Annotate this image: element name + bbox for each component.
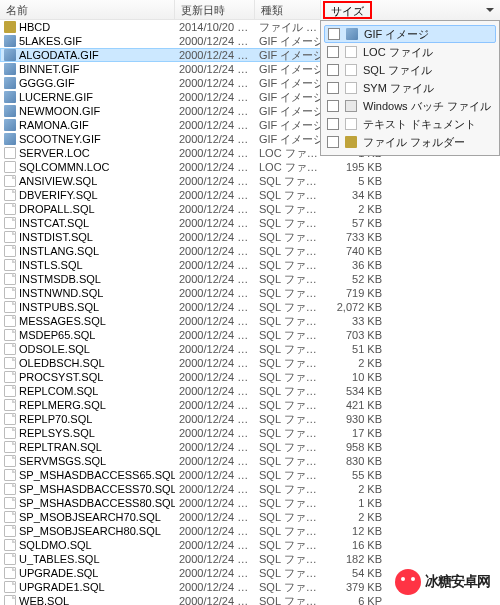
filter-item[interactable]: テキスト ドキュメント	[321, 115, 499, 133]
file-row[interactable]: INSTMSDB.SQL2000/12/24 8:00SQL ファイル52 KB	[0, 272, 500, 286]
file-size: 421 KB	[330, 399, 390, 411]
sql-icon	[4, 483, 16, 495]
file-name: NEWMOON.GIF	[19, 105, 100, 117]
file-type: GIF イメージ	[255, 62, 330, 77]
filter-item[interactable]: SYM ファイル	[321, 79, 499, 97]
file-name: SERVMSGS.SQL	[19, 455, 106, 467]
sql-icon	[4, 273, 16, 285]
file-size: 55 KB	[330, 469, 390, 481]
file-row[interactable]: WEB.SQL2000/12/24 8:00SQL ファイル6 KP	[0, 594, 500, 605]
file-row[interactable]: ODSOLE.SQL2000/12/24 8:00SQL ファイル51 KB	[0, 342, 500, 356]
file-type: SQL ファイル	[255, 412, 330, 427]
file-row[interactable]: INSTPUBS.SQL2000/12/24 8:00SQL ファイル2,072…	[0, 300, 500, 314]
sql-icon	[4, 497, 16, 509]
file-row[interactable]: SP_MSHASDBACCESS65.SQL2000/12/24 8:00SQL…	[0, 468, 500, 482]
file-date: 2000/12/24 8:00	[175, 455, 255, 467]
file-size: 379 KB	[330, 581, 390, 593]
checkbox-icon[interactable]	[327, 136, 339, 148]
file-date: 2000/12/24 8:00	[175, 441, 255, 453]
checkbox-icon[interactable]	[327, 82, 339, 94]
file-name: REPLP70.SQL	[19, 413, 92, 425]
file-row[interactable]: DROPALL.SQL2000/12/24 8:00SQL ファイル2 KB	[0, 202, 500, 216]
file-row[interactable]: MESSAGES.SQL2000/12/24 8:00SQL ファイル33 KB	[0, 314, 500, 328]
file-name: SQLDMO.SQL	[19, 539, 92, 551]
file-row[interactable]: DBVERIFY.SQL2000/12/24 8:00SQL ファイル34 KB	[0, 188, 500, 202]
column-header-type[interactable]: 種類	[255, 0, 330, 19]
filter-item[interactable]: Windows バッチ ファイル	[321, 97, 499, 115]
column-header-date[interactable]: 更新日時	[175, 0, 255, 19]
file-size: 57 KB	[330, 217, 390, 229]
file-row[interactable]: PROCSYST.SQL2000/12/24 8:00SQL ファイル10 KB	[0, 370, 500, 384]
file-name: UPGRADE1.SQL	[19, 581, 105, 593]
file-row[interactable]: SERVMSGS.SQL2000/12/24 8:00SQL ファイル830 K…	[0, 454, 500, 468]
checkbox-icon[interactable]	[327, 118, 339, 130]
checkbox-icon[interactable]	[327, 100, 339, 112]
file-row[interactable]: INSTNWND.SQL2000/12/24 8:00SQL ファイル719 K…	[0, 286, 500, 300]
sql-icon	[4, 539, 16, 551]
file-date: 2000/12/24 8:00	[175, 385, 255, 397]
file-date: 2000/12/24 8:00	[175, 343, 255, 355]
sql-icon	[4, 203, 16, 215]
file-row[interactable]: SQLDMO.SQL2000/12/24 8:00SQL ファイル16 KB	[0, 538, 500, 552]
watermark-text: 冰糖安卓网	[425, 573, 490, 591]
filter-item[interactable]: ファイル フォルダー	[321, 133, 499, 151]
gif-icon	[4, 133, 16, 145]
file-size: 1 KB	[330, 497, 390, 509]
filter-header[interactable]: サイズ	[320, 0, 500, 20]
filter-item-label: SYM ファイル	[363, 81, 434, 96]
file-size: 195 KB	[330, 161, 390, 173]
file-type: SQL ファイル	[255, 300, 330, 315]
sql-icon	[4, 455, 16, 467]
gif-icon	[4, 77, 16, 89]
file-name: HBCD	[19, 21, 50, 33]
file-name: REPLCOM.SQL	[19, 385, 98, 397]
file-row[interactable]: INSTDIST.SQL2000/12/24 8:00SQL ファイル733 K…	[0, 230, 500, 244]
file-row[interactable]: U_TABLES.SQL2000/12/24 8:00SQL ファイル182 K…	[0, 552, 500, 566]
filter-item[interactable]: GIF イメージ	[324, 25, 496, 43]
file-type: SQL ファイル	[255, 524, 330, 539]
file-date: 2000/12/24 8:00	[175, 105, 255, 117]
file-row[interactable]: REPLMERG.SQL2000/12/24 8:00SQL ファイル421 K…	[0, 398, 500, 412]
file-row[interactable]: REPLP70.SQL2000/12/24 8:00SQL ファイル930 KB	[0, 412, 500, 426]
file-date: 2000/12/24 8:00	[175, 301, 255, 313]
file-date: 2000/12/24 8:00	[175, 553, 255, 565]
file-row[interactable]: ANSIVIEW.SQL2000/12/24 8:00SQL ファイル5 KB	[0, 174, 500, 188]
file-row[interactable]: SP_MSHASDBACCESS70.SQL2000/12/24 8:00SQL…	[0, 482, 500, 496]
filter-item[interactable]: LOC ファイル	[321, 43, 499, 61]
file-row[interactable]: OLEDBSCH.SQL2000/12/24 8:00SQL ファイル2 KB	[0, 356, 500, 370]
file-type: SQL ファイル	[255, 314, 330, 329]
file-size: 12 KB	[330, 525, 390, 537]
file-row[interactable]: SP_MSOBJSEARCH80.SQL2000/12/24 8:00SQL フ…	[0, 524, 500, 538]
file-row[interactable]: INSTLS.SQL2000/12/24 8:00SQL ファイル36 KB	[0, 258, 500, 272]
file-row[interactable]: SP_MSOBJSEARCH70.SQL2000/12/24 8:00SQL フ…	[0, 510, 500, 524]
checkbox-icon[interactable]	[328, 28, 340, 40]
file-size: 740 KB	[330, 245, 390, 257]
file-date: 2000/12/24 8:00	[175, 595, 255, 605]
file-row[interactable]: REPLTRAN.SQL2000/12/24 8:00SQL ファイル958 K…	[0, 440, 500, 454]
file-date: 2000/12/24 8:00	[175, 567, 255, 579]
file-size: 33 KB	[330, 315, 390, 327]
file-type: SQL ファイル	[255, 328, 330, 343]
sql-icon	[4, 315, 16, 327]
file-row[interactable]: MSDEP65.SQL2000/12/24 8:00SQL ファイル703 KB	[0, 328, 500, 342]
file-row[interactable]: REPLCOM.SQL2000/12/24 8:00SQL ファイル534 KB	[0, 384, 500, 398]
checkbox-icon[interactable]	[327, 46, 339, 58]
file-row[interactable]: INSTCAT.SQL2000/12/24 8:00SQL ファイル57 KB	[0, 216, 500, 230]
checkbox-icon[interactable]	[327, 64, 339, 76]
file-row[interactable]: SP_MSHASDBACCESS80.SQL2000/12/24 8:00SQL…	[0, 496, 500, 510]
file-row[interactable]: INSTLANG.SQL2000/12/24 8:00SQL ファイル740 K…	[0, 244, 500, 258]
column-header-name[interactable]: 名前	[0, 0, 175, 19]
file-date: 2000/12/24 8:00	[175, 539, 255, 551]
filter-item-label: ファイル フォルダー	[363, 135, 465, 150]
file-name: WEB.SQL	[19, 595, 69, 605]
sql-icon	[4, 413, 16, 425]
file-row[interactable]: REPLSYS.SQL2000/12/24 8:00SQL ファイル17 KB	[0, 426, 500, 440]
file-date: 2000/12/24 8:00	[175, 189, 255, 201]
filter-item[interactable]: SQL ファイル	[321, 61, 499, 79]
sql-icon	[4, 469, 16, 481]
file-row[interactable]: SQLCOMMN.LOC2000/12/24 8:00LOC ファイル195 K…	[0, 160, 500, 174]
loc-icon	[4, 147, 16, 159]
file-date: 2000/12/24 8:00	[175, 217, 255, 229]
file-name: RAMONA.GIF	[19, 119, 89, 131]
filter-item-label: GIF イメージ	[364, 27, 429, 42]
